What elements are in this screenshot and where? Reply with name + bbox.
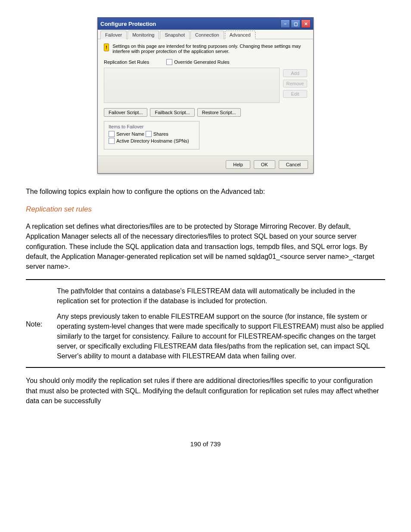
close-button[interactable]: ✕	[301, 19, 311, 28]
note-paragraph-2: Any steps previously taken to enable FIL…	[57, 311, 385, 361]
tab-snapshot[interactable]: Snapshot	[160, 31, 189, 39]
item-label: Active Directory Hostname (SPNs)	[116, 138, 189, 143]
items-to-failover-group: Items to Failover Server Name Shares Act…	[104, 121, 199, 149]
tab-body: ! Settings on this page are intended for…	[98, 39, 313, 156]
item-server-name[interactable]: Server Name	[109, 131, 144, 137]
ok-button[interactable]: OK	[254, 160, 275, 169]
window-title: Configure Protection	[100, 21, 156, 27]
cancel-button[interactable]: Cancel	[279, 160, 308, 169]
item-ad-hostname[interactable]: Active Directory Hostname (SPNs)	[109, 138, 189, 144]
titlebar: Configure Protection – ▢ ✕	[98, 18, 313, 30]
replication-rules-label: Replication Set Rules	[104, 59, 149, 65]
tab-advanced[interactable]: Advanced	[225, 31, 255, 39]
minimize-button[interactable]: –	[280, 19, 290, 28]
note-paragraph-1: The path/folder that contains a database…	[57, 286, 385, 306]
window-controls: – ▢ ✕	[280, 19, 311, 28]
warning-text: Settings on this page are intended for t…	[112, 44, 307, 54]
note-block: Note: The path/folder that contains a da…	[26, 279, 385, 368]
override-rules-label: Override Generated Rules	[174, 59, 229, 65]
script-buttons-row: Failover Script... Failback Script... Re…	[104, 108, 307, 117]
intro-paragraph: The following topics explain how to conf…	[26, 187, 385, 196]
tab-strip: Failover Monitoring Snapshot Connection …	[98, 30, 313, 39]
items-legend: Items to Failover	[109, 124, 195, 129]
edit-button: Edit	[283, 90, 307, 98]
paragraph-2: You should only modify the replication s…	[26, 376, 385, 406]
rules-area: Add Remove Edit	[104, 68, 307, 103]
tab-connection[interactable]: Connection	[190, 31, 224, 39]
page-number: 190 of 739	[26, 440, 385, 448]
section-heading: Replication set rules	[26, 205, 385, 214]
add-button: Add	[283, 69, 307, 77]
item-label: Shares	[153, 131, 168, 137]
override-rules-checkbox[interactable]: Override Generated Rules	[166, 59, 229, 65]
note-label: Note:	[26, 286, 52, 361]
rules-buttons-col: Add Remove Edit	[283, 68, 307, 103]
rules-list	[104, 68, 280, 103]
failback-script-button[interactable]: Failback Script...	[150, 108, 194, 117]
paragraph-1: A replication set defines what directori…	[26, 221, 385, 271]
checkbox-icon	[109, 131, 115, 137]
item-shares[interactable]: Shares	[146, 131, 168, 137]
help-button[interactable]: Help	[226, 160, 250, 169]
configure-protection-window: Configure Protection – ▢ ✕ Failover Moni…	[97, 17, 314, 174]
warning-row: ! Settings on this page are intended for…	[104, 44, 307, 54]
checkbox-icon	[146, 131, 152, 137]
remove-button: Remove	[283, 80, 307, 87]
dialog-footer: Help OK Cancel	[98, 156, 313, 173]
checkbox-icon	[166, 59, 172, 65]
failover-script-button[interactable]: Failover Script...	[104, 108, 147, 117]
tab-failover[interactable]: Failover	[100, 31, 127, 39]
checkbox-icon	[109, 138, 115, 144]
item-label: Server Name	[116, 131, 144, 137]
warning-icon: !	[104, 44, 109, 51]
note-content: The path/folder that contains a database…	[57, 286, 385, 361]
maximize-button[interactable]: ▢	[291, 19, 300, 28]
rules-header: Replication Set Rules Override Generated…	[104, 59, 307, 65]
restore-script-button[interactable]: Restore Script...	[197, 108, 241, 117]
tab-monitoring[interactable]: Monitoring	[128, 31, 159, 39]
